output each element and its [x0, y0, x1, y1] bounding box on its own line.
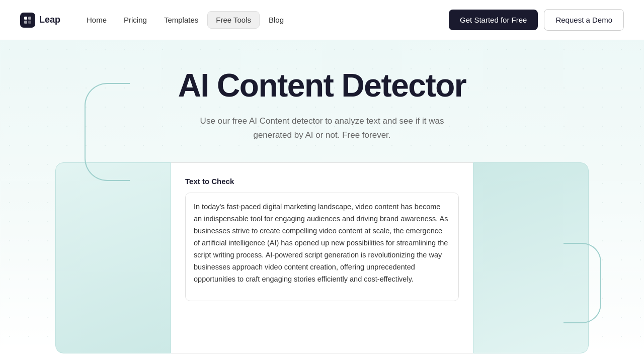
nav-actions: Get Started for Free Request a Demo — [449, 9, 624, 31]
logo-icon — [20, 13, 35, 28]
nav-link-blog[interactable]: Blog — [261, 12, 292, 28]
nav-links: Home Pricing Templates Free Tools Blog — [78, 11, 449, 29]
navbar: Leap Home Pricing Templates Free Tools B… — [0, 0, 644, 40]
nav-link-free-tools[interactable]: Free Tools — [207, 11, 260, 29]
text-area-wrapper — [185, 193, 459, 301]
text-check-input[interactable] — [186, 193, 458, 299]
left-side-panel — [55, 162, 171, 353]
request-demo-button[interactable]: Request a Demo — [544, 9, 624, 31]
nav-link-home[interactable]: Home — [78, 12, 115, 28]
svg-rect-2 — [24, 21, 27, 24]
svg-rect-1 — [28, 17, 31, 20]
cards-wrapper: Text to Check — [55, 162, 589, 353]
logo-text: Leap — [39, 15, 60, 25]
deco-right-curve — [564, 243, 601, 323]
text-check-label: Text to Check — [185, 177, 459, 186]
nav-link-templates[interactable]: Templates — [156, 12, 206, 28]
svg-rect-3 — [28, 21, 31, 24]
main-card: Text to Check — [171, 162, 473, 353]
nav-link-pricing[interactable]: Pricing — [116, 12, 155, 28]
hero-subtitle: Use our free AI Content detector to anal… — [181, 114, 463, 142]
hero-text-block: AI Content Detector Use our free AI Cont… — [0, 68, 644, 162]
page-hero: AI Content Detector Use our free AI Cont… — [0, 40, 644, 353]
logo-area[interactable]: Leap — [20, 13, 60, 28]
hero-title: AI Content Detector — [20, 68, 624, 103]
svg-rect-0 — [24, 17, 27, 20]
get-started-button[interactable]: Get Started for Free — [449, 10, 538, 30]
